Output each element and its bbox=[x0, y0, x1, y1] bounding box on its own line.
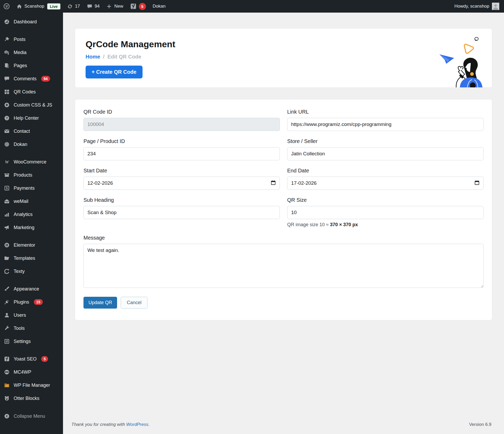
site-name-menu[interactable]: Scanshop Live bbox=[13, 0, 64, 13]
live-badge: Live bbox=[47, 3, 60, 9]
qr-code-id-label: QR Code ID bbox=[83, 109, 280, 115]
plugins-count-badge: 15 bbox=[34, 299, 43, 305]
page-product-id-input[interactable] bbox=[83, 147, 280, 160]
yoast-menu[interactable]: 5 bbox=[127, 0, 149, 13]
sidebar-item-custom-css-js[interactable]: Custom CSS & JS bbox=[0, 98, 63, 112]
sidebar-item-texty[interactable]: Texty bbox=[0, 265, 63, 278]
paper-plane-illustration bbox=[438, 34, 485, 88]
svg-text:W: W bbox=[5, 159, 9, 165]
sidebar-item-wemail[interactable]: weMail bbox=[0, 195, 63, 208]
end-date-field: End Date bbox=[287, 168, 484, 190]
bar-chart-icon bbox=[4, 211, 10, 218]
sidebar-item-help-center[interactable]: ? Help Center bbox=[0, 112, 63, 125]
sidebar-item-pages[interactable]: Pages bbox=[0, 59, 63, 72]
sidebar-item-dokan[interactable]: Dokan bbox=[0, 138, 63, 151]
collapse-menu-button[interactable]: Collapse Menu bbox=[0, 410, 63, 423]
wordpress-logo-menu[interactable] bbox=[0, 0, 13, 13]
sidebar-item-products[interactable]: Products bbox=[0, 168, 63, 182]
sidebar-item-qr-codes[interactable]: QR Codes bbox=[0, 85, 63, 98]
sub-heading-field: Sub Heading bbox=[83, 197, 280, 227]
file-manager-folder-icon bbox=[4, 382, 10, 388]
sub-heading-label: Sub Heading bbox=[83, 197, 280, 203]
link-url-label: Link URL bbox=[287, 109, 484, 115]
sidebar-item-payments[interactable]: $ Payments bbox=[0, 182, 63, 195]
updates-menu[interactable]: 17 bbox=[64, 0, 83, 13]
end-date-label: End Date bbox=[287, 168, 484, 174]
store-seller-field: Store / Seller bbox=[287, 138, 484, 160]
sidebar-item-appearance[interactable]: Appearance bbox=[0, 282, 63, 295]
create-qr-code-button[interactable]: + Create QR Code bbox=[86, 66, 143, 78]
main-content: QrCode Management Home / Edit QR Code + … bbox=[63, 0, 504, 434]
home-icon bbox=[17, 4, 22, 9]
elementor-icon bbox=[4, 242, 10, 248]
sidebar-item-users[interactable]: Users bbox=[0, 309, 63, 322]
wordpress-link[interactable]: WordPress bbox=[126, 422, 148, 427]
yoast-notification-badge: 5 bbox=[139, 3, 146, 10]
start-date-label: Start Date bbox=[83, 168, 280, 174]
sidebar-item-analytics[interactable]: Analytics bbox=[0, 208, 63, 221]
page-header-card: QrCode Management Home / Edit QR Code + … bbox=[75, 28, 492, 88]
new-label: New bbox=[114, 4, 123, 9]
site-name: Scanshop bbox=[24, 4, 44, 9]
user-icon bbox=[4, 312, 10, 318]
sidebar-item-contact[interactable]: Contact bbox=[0, 125, 63, 138]
camera-icon bbox=[4, 49, 10, 56]
sub-heading-input[interactable] bbox=[83, 206, 280, 219]
calendar-icon[interactable] bbox=[474, 180, 480, 186]
store-seller-input[interactable] bbox=[287, 147, 484, 160]
breadcrumb-home-link[interactable]: Home bbox=[86, 54, 100, 60]
sidebar-item-templates[interactable]: Templates bbox=[0, 252, 63, 265]
qr-code-id-input bbox=[83, 118, 280, 131]
admin-footer: Thank you for creating with WordPress. V… bbox=[71, 422, 491, 427]
comments-icon bbox=[4, 76, 10, 82]
qr-edit-form-card: QR Code ID Link URL Page / Product ID St… bbox=[75, 99, 492, 320]
sidebar-item-dashboard[interactable]: Dashboard bbox=[0, 15, 63, 28]
help-icon: ? bbox=[4, 115, 10, 121]
comments-menu[interactable]: 94 bbox=[83, 0, 103, 13]
page-product-id-field: Page / Product ID bbox=[83, 138, 280, 160]
calendar-icon[interactable] bbox=[271, 180, 276, 186]
form-actions: Update QR Cancel bbox=[83, 297, 484, 309]
sidebar-item-wp-file-manager[interactable]: WP File Manager bbox=[0, 379, 63, 392]
updates-icon bbox=[67, 4, 73, 9]
message-textarea[interactable]: We test again. bbox=[83, 244, 484, 288]
link-url-field: Link URL bbox=[287, 109, 484, 131]
mc4wp-icon bbox=[4, 369, 10, 375]
start-date-field: Start Date bbox=[83, 168, 280, 190]
avatar bbox=[492, 3, 499, 10]
new-content-menu[interactable]: New bbox=[103, 0, 127, 13]
plugin-icon bbox=[4, 299, 10, 305]
sidebar-item-elementor[interactable]: Elementor bbox=[0, 239, 63, 252]
message-label: Message bbox=[83, 235, 484, 241]
sidebar-item-tools[interactable]: Tools bbox=[0, 322, 63, 335]
dokan-menu[interactable]: Dokan bbox=[149, 0, 169, 13]
account-menu[interactable]: Howdy, scanshop bbox=[454, 3, 504, 10]
woocommerce-icon: W bbox=[4, 159, 10, 165]
sidebar-item-comments[interactable]: Comments 94 bbox=[0, 72, 63, 85]
qr-size-input[interactable] bbox=[287, 206, 484, 219]
sidebar-item-mc4wp[interactable]: MC4WP bbox=[0, 366, 63, 379]
paintbrush-icon bbox=[4, 286, 10, 292]
sidebar-item-otter-blocks[interactable]: Otter Blocks bbox=[0, 392, 63, 405]
sidebar-item-posts[interactable]: Posts bbox=[0, 33, 63, 46]
yoast-count-badge: 5 bbox=[41, 356, 48, 362]
sidebar-item-yoast-seo[interactable]: Yoast SEO 5 bbox=[0, 352, 63, 366]
sliders-icon bbox=[4, 338, 10, 345]
qr-size-field: QR Size QR image size 10 ≈ 370 × 370 px bbox=[287, 197, 484, 227]
yoast-logo-icon bbox=[130, 3, 136, 9]
footer-version: Version 6.9 bbox=[469, 422, 491, 427]
sidebar-item-plugins[interactable]: Plugins 15 bbox=[0, 295, 63, 309]
cancel-button[interactable]: Cancel bbox=[121, 297, 148, 309]
howdy-text: Howdy, scanshop bbox=[454, 4, 489, 9]
update-qr-button[interactable]: Update QR bbox=[83, 297, 117, 309]
sidebar-item-media[interactable]: Media bbox=[0, 46, 63, 59]
megaphone-icon bbox=[4, 224, 10, 231]
admin-bar: Scanshop Live 17 94 New 5 Dokan Howdy, s… bbox=[0, 0, 504, 13]
start-date-input[interactable] bbox=[83, 177, 280, 190]
sidebar-item-settings[interactable]: Settings bbox=[0, 335, 63, 348]
sidebar-item-woocommerce[interactable]: W WooCommerce bbox=[0, 155, 63, 168]
sidebar-item-marketing[interactable]: Marketing bbox=[0, 221, 63, 234]
dokan-label: Dokan bbox=[153, 4, 166, 9]
link-url-input[interactable] bbox=[287, 118, 484, 131]
end-date-input[interactable] bbox=[287, 177, 484, 190]
